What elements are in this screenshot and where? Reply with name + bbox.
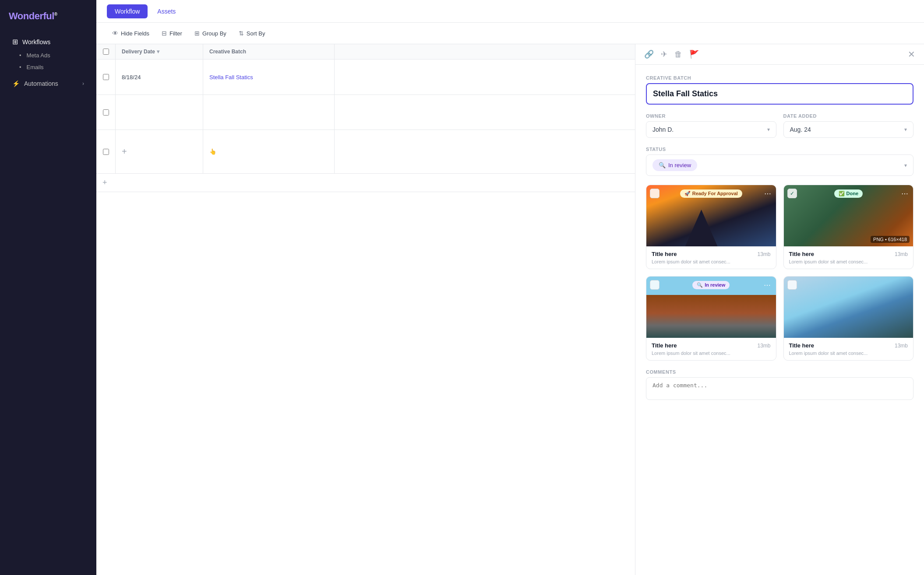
- asset-3-title: Title here: [652, 342, 677, 349]
- table-row: 8/18/24 Stella Fall Statics: [96, 60, 635, 95]
- th-creative-batch: Creative Batch: [203, 44, 335, 59]
- chevron-down-icon: ▾: [904, 126, 907, 133]
- asset-4-overlay: [787, 280, 910, 290]
- asset-2-info: Title here 13mb Lorem ipsum dolor sit am…: [784, 246, 913, 269]
- link-icon[interactable]: 🔗: [644, 49, 654, 59]
- panel-toolbar: 🔗 ✈ 🗑 🚩 ✕: [635, 44, 924, 65]
- asset-4-desc: Lorem ipsum dolor sit amet consec...: [789, 351, 908, 356]
- row2-creative-batch: [203, 95, 335, 130]
- sort-arrow-icon: ▾: [157, 49, 159, 55]
- asset-2-size: 13mb: [895, 251, 908, 257]
- sidebar-item-automations[interactable]: ⚡ Automations ›: [4, 77, 93, 91]
- creative-batch-title-input[interactable]: [646, 83, 913, 105]
- row3-delivery-date: +: [116, 130, 203, 173]
- filter-button[interactable]: ⊟ Filter: [156, 27, 187, 39]
- asset-3-menu-button[interactable]: ⋯: [762, 280, 772, 290]
- sort-by-button[interactable]: ⇅ Sort By: [233, 27, 271, 39]
- row1-checkbox[interactable]: [103, 74, 109, 80]
- hide-fields-button[interactable]: 👁 Hide Fields: [107, 27, 155, 39]
- check-mark-icon: ✓: [790, 190, 794, 196]
- chevron-right-icon: ›: [82, 81, 84, 87]
- flag-icon[interactable]: 🚩: [689, 49, 699, 59]
- asset-image-2: ✓ ✅ Done ⋯ PNG • 616×418: [784, 185, 913, 246]
- asset-2-menu-button[interactable]: ⋯: [900, 189, 910, 198]
- sidebar-item-meta-ads[interactable]: Meta Ads: [0, 49, 96, 61]
- asset-card: ✓ ✅ Done ⋯ PNG • 616×418: [783, 185, 914, 269]
- asset-card: 🚀 Ready For Approval ⋯ Title here 13mb: [646, 185, 776, 269]
- th-delivery-date[interactable]: Delivery Date ▾: [116, 44, 203, 59]
- asset-1-title: Title here: [652, 251, 677, 257]
- asset-3-size: 13mb: [757, 343, 770, 349]
- status-select[interactable]: 🔍 In review ▾: [646, 154, 913, 176]
- asset-1-status-badge: 🚀 Ready For Approval: [680, 189, 742, 198]
- asset-image-1: 🚀 Ready For Approval ⋯: [646, 185, 776, 246]
- asset-1-checkbox[interactable]: [650, 189, 659, 198]
- comments-label: Comments: [646, 369, 913, 375]
- tab-workflow[interactable]: Workflow: [107, 4, 148, 18]
- asset-2-status-badge: ✅ Done: [834, 189, 863, 198]
- status-badge: 🔍 In review: [652, 159, 697, 171]
- sidebar-item-emails[interactable]: Emails: [0, 61, 96, 73]
- sidebar-item-workflows[interactable]: ⊞ Workflows: [4, 34, 93, 49]
- asset-card: Title here 13mb Lorem ipsum dolor sit am…: [783, 276, 914, 361]
- date-added-label: Date Added: [783, 113, 914, 119]
- table-row: [96, 95, 635, 130]
- send-icon[interactable]: ✈: [661, 49, 667, 59]
- owner-select[interactable]: John D. ▾: [646, 121, 776, 138]
- asset-1-overlay: 🚀 Ready For Approval ⋯: [650, 189, 772, 198]
- row3-checkbox[interactable]: [103, 149, 109, 155]
- asset-4-checkbox[interactable]: [787, 280, 797, 290]
- asset-4-info: Title here 13mb Lorem ipsum dolor sit am…: [784, 338, 913, 360]
- date-added-field-group: Date Added Aug. 24 ▾: [783, 113, 914, 138]
- creative-batch-link[interactable]: Stella Fall Statics: [209, 74, 253, 81]
- group-icon: ⊞: [194, 30, 200, 37]
- add-row-button[interactable]: +: [96, 174, 635, 192]
- asset-3-checkbox[interactable]: [650, 280, 659, 290]
- asset-4-title: Title here: [789, 342, 815, 349]
- row2-delivery-date: [116, 95, 203, 130]
- group-by-button[interactable]: ⊞ Group By: [189, 27, 232, 39]
- app-logo: Wonderful®: [0, 7, 96, 32]
- owner-field-group: Owner John D. ▾: [646, 113, 776, 138]
- hand-cursor: 👆: [209, 148, 216, 155]
- asset-2-checkbox[interactable]: ✓: [787, 189, 797, 198]
- comments-input[interactable]: [646, 377, 913, 400]
- trash-icon[interactable]: 🗑: [674, 50, 682, 59]
- chevron-down-icon: ▾: [767, 126, 770, 133]
- select-all-cell: [96, 44, 116, 59]
- sidebar-section-workflows: ⊞ Workflows Meta Ads Emails: [0, 32, 96, 75]
- asset-2-overlay: ✓ ✅ Done ⋯: [787, 189, 910, 198]
- status-field-group: Status 🔍 In review ▾: [646, 147, 913, 176]
- bolt-icon: ⚡: [12, 80, 20, 87]
- close-button[interactable]: ✕: [908, 50, 915, 59]
- filter-icon: ⊟: [162, 30, 167, 37]
- select-all-checkbox[interactable]: [103, 49, 109, 55]
- sidebar: Wonderful® ⊞ Workflows Meta Ads Emails ⚡…: [0, 0, 96, 575]
- comments-section: Comments: [646, 369, 913, 402]
- asset-card: 🔍 In review ⋯ Title here 13mb L: [646, 276, 776, 361]
- asset-2-title: Title here: [789, 251, 815, 257]
- row3-check-cell: [96, 130, 116, 173]
- meta-fields-row: Owner John D. ▾ Date Added Aug. 24 ▾: [646, 113, 913, 138]
- creative-batch-field-label: Creative Batch: [646, 75, 913, 81]
- asset-3-desc: Lorem ipsum dolor sit amet consec...: [652, 351, 771, 356]
- date-added-select[interactable]: Aug. 24 ▾: [783, 121, 914, 138]
- add-field-button[interactable]: +: [122, 147, 127, 157]
- asset-4-size: 13mb: [895, 343, 908, 349]
- asset-3-info: Title here 13mb Lorem ipsum dolor sit am…: [646, 338, 776, 360]
- toolbar: 👁 Hide Fields ⊟ Filter ⊞ Group By ⇅ Sort…: [96, 23, 924, 44]
- grid-icon: ⊞: [12, 38, 18, 46]
- asset-1-menu-button[interactable]: ⋯: [763, 189, 772, 198]
- asset-1-size: 13mb: [757, 251, 770, 257]
- asset-2-format-info: PNG • 616×418: [871, 236, 910, 243]
- sort-icon: ⇅: [239, 30, 244, 37]
- asset-3-status-badge: 🔍 In review: [692, 281, 730, 289]
- top-tabs: Workflow Assets: [96, 0, 924, 23]
- content-area: Delivery Date ▾ Creative Batch 8/18/24 S…: [96, 44, 924, 575]
- right-panel: 🔗 ✈ 🗑 🚩 ✕ Creative Batch Owner John D.: [635, 44, 924, 575]
- tab-assets[interactable]: Assets: [149, 4, 183, 18]
- row2-checkbox[interactable]: [103, 109, 109, 116]
- assets-grid: 🚀 Ready For Approval ⋯ Title here 13mb: [646, 185, 913, 361]
- row2-check-cell: [96, 95, 116, 130]
- asset-image-4: [784, 277, 913, 338]
